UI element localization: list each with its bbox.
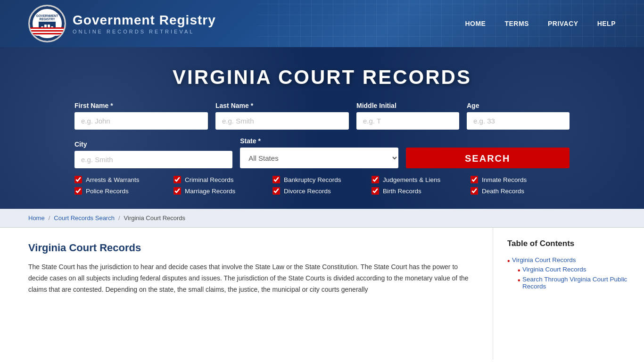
checkbox-label-4-0: Inmate Records (482, 176, 527, 183)
checkbox-label-4-1: Death Records (482, 188, 524, 195)
checkbox-col-1: Criminal RecordsMarriage Records (173, 176, 272, 195)
toc-subitem-0-0: Virginia Court Records (518, 264, 630, 274)
city-input[interactable] (74, 151, 232, 168)
content-body: The State Court has the jurisdiction to … (28, 262, 474, 295)
logo-circle: GOVERNMENT REGISTRY (28, 5, 66, 42)
nav-home[interactable]: HOME (465, 20, 486, 27)
search-form: First Name * Last Name * Middle Initial … (74, 102, 570, 195)
nav-terms[interactable]: TERMS (504, 20, 529, 27)
toc-title: Table of Contents (507, 239, 630, 248)
toc-list: Virginia Court RecordsVirginia Court Rec… (507, 255, 630, 293)
checkbox-item-3-0: Judgements & Liens (372, 176, 471, 183)
breadcrumb-sep-2: / (118, 214, 120, 222)
toc-item-0: Virginia Court RecordsVirginia Court Rec… (507, 255, 630, 293)
form-row-1: First Name * Last Name * Middle Initial … (74, 102, 570, 130)
checkbox-1-0[interactable] (173, 176, 181, 183)
record-type-checkboxes: Arrests & WarrantsPolice RecordsCriminal… (74, 176, 570, 195)
breadcrumb-home[interactable]: Home (28, 214, 45, 222)
checkbox-item-0-0: Arrests & Warrants (74, 176, 173, 183)
checkbox-col-4: Inmate RecordsDeath Records (471, 176, 570, 195)
checkbox-label-1-0: Criminal Records (185, 176, 234, 183)
checkbox-item-2-0: Bankruptcy Records (272, 176, 372, 183)
checkbox-item-1-0: Criminal Records (173, 176, 272, 183)
city-group: City (74, 140, 232, 168)
checkbox-col-3: Judgements & LiensBirth Records (372, 176, 471, 195)
logo-area: GOVERNMENT REGISTRY Government Registry … (28, 5, 216, 42)
form-row-2: City State * All StatesAlabamaAlaskaAriz… (74, 137, 570, 168)
last-name-label: Last Name * (215, 102, 349, 109)
age-input[interactable] (467, 112, 570, 130)
checkbox-label-3-1: Birth Records (383, 188, 421, 195)
checkbox-1-1[interactable] (173, 187, 181, 195)
checkbox-2-0[interactable] (272, 176, 280, 183)
checkbox-0-1[interactable] (74, 187, 82, 195)
toc-sublink-0-0[interactable]: Virginia Court Records (522, 266, 586, 273)
age-group: Age (467, 102, 570, 130)
checkbox-col-0: Arrests & WarrantsPolice Records (74, 176, 173, 195)
age-label: Age (467, 102, 570, 109)
hero-section: VIRGINIA COURT RECORDS First Name * Last… (0, 47, 644, 209)
checkbox-4-0[interactable] (471, 176, 478, 183)
middle-initial-input[interactable] (356, 112, 459, 130)
last-name-group: Last Name * (215, 102, 349, 130)
sidebar: Table of Contents Virginia Court Records… (493, 228, 644, 360)
checkbox-label-2-1: Divorce Records (284, 188, 331, 195)
checkbox-item-4-0: Inmate Records (471, 176, 570, 183)
checkbox-item-3-1: Birth Records (372, 187, 471, 195)
logo-text-top: GOVERNMENT REGISTRY (32, 14, 63, 21)
state-group: State * All StatesAlabamaAlaskaArizonaAr… (240, 137, 398, 168)
checkbox-label-1-1: Marriage Records (185, 188, 235, 195)
checkbox-label-3-0: Judgements & Liens (383, 176, 440, 183)
breadcrumb: Home / Court Records Search / Virginia C… (0, 209, 644, 228)
first-name-input[interactable] (74, 112, 208, 130)
main-nav: HOME TERMS PRIVACY HELP (465, 20, 616, 27)
middle-initial-label: Middle Initial (356, 102, 459, 109)
toc-link-0[interactable]: Virginia Court Records (512, 256, 576, 263)
checkbox-3-0[interactable] (372, 176, 379, 183)
checkbox-item-2-1: Divorce Records (272, 187, 372, 195)
main-content: Virginia Court Records The State Court h… (0, 228, 644, 360)
site-name: Government Registry (73, 13, 216, 28)
city-label: City (74, 140, 232, 148)
checkbox-label-0-1: Police Records (86, 188, 129, 195)
checkbox-2-1[interactable] (272, 187, 280, 195)
checkbox-3-1[interactable] (372, 187, 379, 195)
checkbox-item-1-1: Marriage Records (173, 187, 272, 195)
checkbox-col-2: Bankruptcy RecordsDivorce Records (272, 176, 372, 195)
toc-sublink-0-1[interactable]: Search Through Virginia Court Public Rec… (522, 276, 627, 290)
checkbox-label-0-0: Arrests & Warrants (86, 176, 140, 183)
middle-initial-group: Middle Initial (356, 102, 459, 130)
checkbox-item-4-1: Death Records (471, 187, 570, 195)
checkbox-4-1[interactable] (471, 187, 478, 195)
site-title-block: Government Registry ONLINE RECORDS RETRI… (73, 13, 216, 34)
last-name-input[interactable] (215, 112, 349, 130)
first-name-group: First Name * (74, 102, 208, 130)
breadcrumb-current: Virginia Court Records (124, 214, 186, 222)
content-area: Virginia Court Records The State Court h… (0, 228, 493, 360)
breadcrumb-court-records[interactable]: Court Records Search (54, 214, 115, 222)
state-select[interactable]: All StatesAlabamaAlaskaArizonaArkansasCa… (240, 148, 398, 168)
toc-sublist-0: Virginia Court RecordsSearch Through Vir… (518, 264, 630, 291)
hero-title: VIRGINIA COURT RECORDS (28, 66, 616, 89)
nav-help[interactable]: HELP (597, 20, 616, 27)
checkbox-item-0-1: Police Records (74, 187, 173, 195)
checkbox-0-0[interactable] (74, 176, 82, 183)
content-title: Virginia Court Records (28, 242, 474, 254)
site-header: GOVERNMENT REGISTRY Government Registry … (0, 0, 644, 47)
first-name-label: First Name * (74, 102, 208, 109)
toc-subitem-0-1: Search Through Virginia Court Public Rec… (518, 274, 630, 291)
breadcrumb-sep-1: / (49, 214, 50, 222)
search-button[interactable]: SEARCH (406, 148, 570, 168)
checkbox-label-2-0: Bankruptcy Records (284, 176, 341, 183)
site-tagline: ONLINE RECORDS RETRIEVAL (73, 29, 216, 34)
nav-privacy[interactable]: PRIVACY (548, 20, 578, 27)
state-label: State * (240, 137, 398, 145)
